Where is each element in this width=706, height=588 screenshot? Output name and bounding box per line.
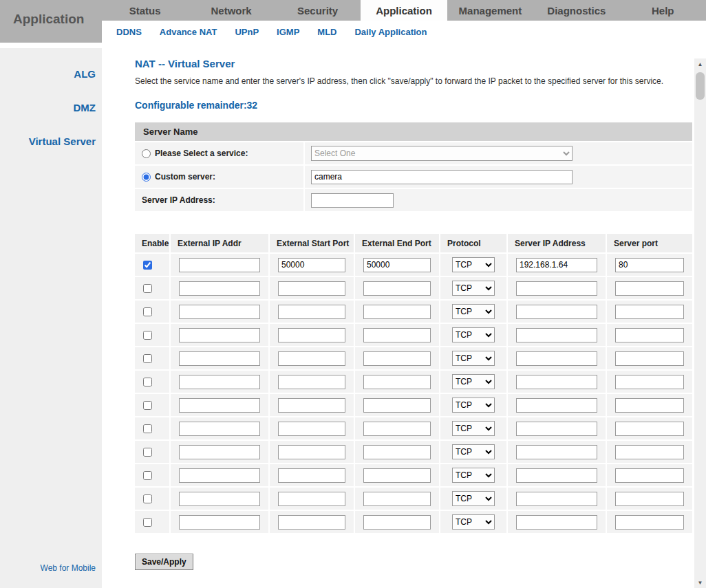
external-end-port-input[interactable]: [363, 445, 431, 459]
protocol-select[interactable]: TCP: [452, 257, 495, 272]
protocol-select[interactable]: TCP: [452, 304, 495, 319]
external-ip-input[interactable]: [179, 351, 260, 366]
enable-checkbox[interactable]: [143, 331, 152, 340]
nav-tab[interactable]: Diagnostics: [533, 0, 619, 21]
enable-checkbox[interactable]: [143, 401, 152, 410]
subnav-link[interactable]: UPnP: [235, 27, 259, 37]
server-port-input[interactable]: [615, 468, 684, 483]
external-ip-input[interactable]: [179, 305, 260, 319]
external-ip-input[interactable]: [179, 492, 260, 506]
external-end-port-input[interactable]: [363, 305, 431, 319]
subnav-link[interactable]: Advance NAT: [160, 27, 217, 37]
external-end-port-input[interactable]: [363, 492, 431, 506]
server-ip-input[interactable]: [516, 258, 597, 272]
server-ip-input[interactable]: [516, 445, 597, 459]
external-end-port-input[interactable]: [363, 258, 431, 272]
enable-checkbox[interactable]: [143, 354, 152, 363]
server-ip-input[interactable]: [516, 375, 597, 389]
protocol-select[interactable]: TCP: [452, 281, 495, 296]
enable-checkbox[interactable]: [143, 471, 152, 480]
custom-radio[interactable]: [142, 173, 151, 182]
server-port-input[interactable]: [615, 351, 684, 366]
enable-checkbox[interactable]: [143, 424, 152, 433]
external-end-port-input[interactable]: [363, 468, 431, 483]
external-ip-input[interactable]: [179, 515, 260, 530]
subnav-link[interactable]: IGMP: [277, 27, 299, 37]
server-ip-input[interactable]: [516, 328, 597, 342]
service-select[interactable]: Select One: [311, 146, 573, 161]
server-port-input[interactable]: [615, 398, 684, 413]
enable-checkbox[interactable]: [143, 307, 152, 316]
enable-checkbox[interactable]: [143, 261, 152, 270]
external-end-port-input[interactable]: [363, 328, 431, 342]
server-port-input[interactable]: [615, 281, 684, 296]
external-ip-input[interactable]: [179, 398, 260, 413]
external-end-port-input[interactable]: [363, 515, 431, 530]
external-end-port-input[interactable]: [363, 375, 431, 389]
external-ip-input[interactable]: [179, 281, 260, 296]
server-ip-input[interactable]: [516, 398, 597, 413]
server-ip-input[interactable]: [516, 515, 597, 530]
server-port-input[interactable]: [615, 445, 684, 459]
external-ip-input[interactable]: [179, 258, 260, 272]
enable-checkbox[interactable]: [143, 284, 152, 293]
protocol-select[interactable]: TCP: [452, 421, 495, 436]
server-port-input[interactable]: [615, 305, 684, 319]
server-ip-input[interactable]: [516, 305, 597, 319]
external-start-port-input[interactable]: [278, 422, 345, 436]
external-ip-input[interactable]: [179, 422, 260, 436]
protocol-select[interactable]: TCP: [452, 351, 495, 366]
external-start-port-input[interactable]: [278, 515, 345, 530]
server-ip-input[interactable]: [516, 281, 597, 296]
external-start-port-input[interactable]: [278, 281, 345, 296]
nav-tab[interactable]: Management: [447, 0, 533, 21]
nav-tab[interactable]: Network: [188, 0, 274, 21]
external-start-port-input[interactable]: [278, 258, 345, 272]
server-ip-input[interactable]: [516, 468, 597, 483]
server-port-input[interactable]: [615, 492, 684, 506]
external-start-port-input[interactable]: [278, 351, 345, 366]
sidebar-item[interactable]: ALG: [0, 69, 102, 80]
enable-checkbox[interactable]: [143, 378, 152, 386]
server-ip-address-input[interactable]: [311, 193, 394, 208]
external-ip-input[interactable]: [179, 328, 260, 342]
vertical-scrollbar[interactable]: ▲ ▼: [694, 58, 706, 588]
external-ip-input[interactable]: [179, 375, 260, 389]
protocol-select[interactable]: TCP: [452, 468, 495, 483]
subnav-link[interactable]: Daily Application: [354, 27, 427, 37]
server-ip-input[interactable]: [516, 492, 597, 506]
scroll-up-icon[interactable]: ▲: [694, 58, 706, 69]
server-ip-input[interactable]: [516, 422, 597, 436]
save-apply-button[interactable]: Save/Apply: [135, 554, 193, 570]
enable-checkbox[interactable]: [143, 448, 152, 457]
external-end-port-input[interactable]: [363, 422, 431, 436]
external-ip-input[interactable]: [179, 468, 260, 483]
enable-checkbox[interactable]: [143, 494, 152, 503]
sidebar-link-web-for-mobile[interactable]: Web for Mobile: [41, 563, 96, 573]
server-port-input[interactable]: [615, 258, 684, 272]
subnav-link[interactable]: MLD: [317, 27, 336, 37]
scrollbar-thumb[interactable]: [696, 72, 705, 100]
server-ip-input[interactable]: [516, 351, 597, 366]
external-start-port-input[interactable]: [278, 375, 345, 389]
nav-tab[interactable]: Status: [102, 0, 188, 21]
external-start-port-input[interactable]: [278, 492, 345, 506]
external-end-port-input[interactable]: [363, 281, 431, 296]
server-port-input[interactable]: [615, 375, 684, 389]
external-start-port-input[interactable]: [278, 398, 345, 413]
subnav-link[interactable]: DDNS: [116, 27, 142, 37]
protocol-select[interactable]: TCP: [452, 514, 495, 530]
server-port-input[interactable]: [615, 328, 684, 342]
external-start-port-input[interactable]: [278, 328, 345, 342]
nav-tab[interactable]: Security: [275, 0, 361, 21]
protocol-select[interactable]: TCP: [452, 444, 495, 459]
server-port-input[interactable]: [615, 422, 684, 436]
sidebar-item[interactable]: Virtual Server: [0, 136, 102, 147]
nav-tab[interactable]: Help: [620, 0, 706, 21]
external-start-port-input[interactable]: [278, 445, 345, 459]
protocol-select[interactable]: TCP: [452, 491, 495, 506]
server-port-input[interactable]: [615, 515, 684, 530]
protocol-select[interactable]: TCP: [452, 374, 495, 389]
external-start-port-input[interactable]: [278, 305, 345, 319]
protocol-select[interactable]: TCP: [452, 398, 495, 413]
